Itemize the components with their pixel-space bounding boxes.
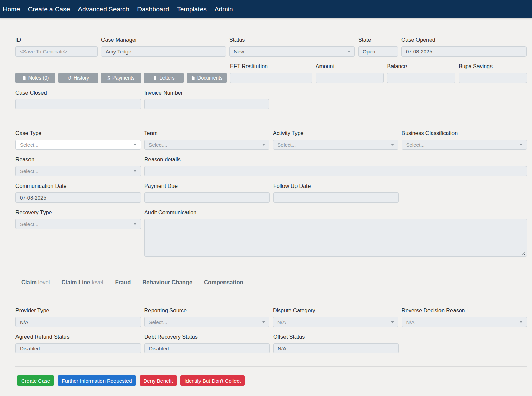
case-toolbar: Notes (0) ↺ History $ Payments Letters D… (15, 73, 227, 83)
follow-up-date-input[interactable] (273, 192, 399, 203)
field-case-opened: Case Opened (401, 37, 527, 57)
team-value: Select... (149, 142, 167, 148)
field-team: Team Select... (144, 130, 270, 150)
tab-claim-line-level[interactable]: Claim Line level (61, 279, 103, 286)
provider-type-label: Provider Type (15, 308, 141, 314)
field-audit-communication: Audit Communication (144, 209, 527, 257)
documents-button-label: Documents (197, 75, 222, 81)
amount-label: Amount (316, 63, 384, 70)
case-opened-input[interactable] (401, 46, 527, 57)
reason-select[interactable]: Select... (15, 166, 141, 176)
payments-button-label: Payments (112, 75, 134, 81)
history-button-label: History (74, 75, 89, 81)
nav-item-create-a-case[interactable]: Create a Case (28, 5, 70, 13)
field-payment-due: Payment Due (144, 183, 270, 203)
action-bar: Create Case Further Information Requeste… (15, 375, 527, 386)
deny-benefit-button[interactable]: Deny Benefit (140, 375, 177, 386)
recovery-type-select[interactable]: Select... (15, 219, 141, 229)
payment-due-label: Payment Due (144, 183, 270, 189)
state-label: State (358, 37, 398, 43)
field-activity-type: Activity Type Select... (273, 130, 398, 150)
business-classification-label: Business Classification (402, 130, 527, 136)
field-balance: Balance (387, 63, 455, 83)
tab-fraud-label: Fraud (115, 279, 131, 285)
nav-item-templates[interactable]: Templates (177, 5, 207, 13)
create-case-button[interactable]: Create Case (17, 375, 54, 386)
dollar-icon: $ (108, 75, 110, 81)
case-manager-input[interactable] (101, 46, 226, 57)
activity-type-select[interactable]: Select... (273, 140, 398, 150)
offset-status-input[interactable] (273, 343, 399, 353)
case-type-select[interactable]: Select... (15, 140, 141, 150)
chevron-down-icon (262, 321, 265, 323)
case-manager-label: Case Manager (101, 37, 226, 43)
field-bupa-savings: Bupa Savings (459, 63, 527, 83)
letters-button[interactable]: Letters (144, 73, 184, 83)
provider-type-input[interactable] (15, 317, 141, 327)
history-icon: ↺ (67, 75, 72, 81)
nav-item-advanced-search[interactable]: Advanced Search (78, 5, 129, 13)
audit-communication-label: Audit Communication (144, 209, 527, 216)
id-input[interactable] (15, 46, 98, 57)
tab-behaviour-change[interactable]: Behaviour Change (142, 279, 192, 286)
agreed-refund-status-input[interactable] (15, 343, 141, 353)
business-classification-select[interactable]: Select... (402, 140, 527, 150)
tab-claim-level[interactable]: Claim level (21, 279, 50, 286)
tab-compensation[interactable]: Compensation (204, 279, 243, 286)
amount-input[interactable] (316, 73, 384, 83)
tab-claim-level-light: level (38, 279, 50, 285)
id-label: ID (15, 37, 98, 43)
further-information-requested-button[interactable]: Further Information Requested (58, 375, 136, 386)
eft-restitution-input[interactable] (230, 73, 312, 83)
debt-recovery-status-input[interactable] (144, 343, 270, 353)
audit-communication-textarea[interactable] (144, 219, 527, 257)
field-recovery-type: Recovery Type Select... (15, 209, 141, 229)
balance-input[interactable] (387, 73, 455, 83)
details-row-4: Recovery Type Select... Audit Communicat… (15, 209, 527, 257)
case-closed-input[interactable] (15, 99, 141, 109)
tab-fraud[interactable]: Fraud (115, 279, 131, 286)
reporting-source-select[interactable]: Select... (144, 317, 270, 327)
invoice-number-input[interactable] (144, 99, 269, 109)
team-select[interactable]: Select... (144, 140, 270, 150)
tab-compensation-label: Compensation (204, 279, 243, 285)
document-icon (191, 76, 195, 80)
payment-due-input[interactable] (144, 192, 270, 203)
status-select[interactable]: New (229, 46, 355, 57)
clipboard-icon (22, 76, 26, 80)
reverse-decision-reason-select[interactable]: N/A (402, 317, 527, 327)
identify-but-dont-collect-button[interactable]: Identify But Don't Collect (180, 375, 245, 386)
field-provider-type: Provider Type (15, 308, 141, 327)
field-dispute-category: Dispute Category N/A (273, 308, 398, 327)
chevron-down-icon (134, 170, 136, 172)
activity-type-label: Activity Type (273, 130, 398, 136)
business-classification-value: Select... (406, 142, 425, 148)
field-invoice-number: Invoice Number (144, 90, 269, 109)
communication-date-input[interactable] (15, 192, 141, 203)
field-status: Status New (229, 37, 355, 57)
history-button[interactable]: ↺ History (58, 73, 98, 83)
top-navbar: Home Create a Case Advanced Search Dashb… (0, 0, 532, 18)
eft-restitution-label: EFT Restitution (230, 63, 312, 70)
case-opened-label: Case Opened (401, 37, 527, 43)
state-input[interactable] (358, 46, 398, 57)
reason-details-input[interactable] (144, 166, 527, 176)
details-row-3: Communication Date Payment Due Follow Up… (15, 183, 527, 203)
notes-button[interactable]: Notes (0) (15, 73, 55, 83)
balance-label: Balance (387, 63, 455, 70)
nav-item-admin[interactable]: Admin (215, 5, 233, 13)
field-case-manager: Case Manager (101, 37, 226, 57)
dispute-category-select[interactable]: N/A (273, 317, 398, 327)
bupa-savings-input[interactable] (459, 73, 527, 83)
payments-button[interactable]: $ Payments (101, 73, 141, 83)
nav-item-home[interactable]: Home (3, 5, 20, 13)
field-agreed-refund-status: Agreed Refund Status (15, 334, 141, 353)
field-offset-status: Offset Status (273, 334, 399, 353)
status-label: Status (229, 37, 355, 43)
dispute-category-value: N/A (277, 319, 286, 325)
nav-item-dashboard[interactable]: Dashboard (137, 5, 169, 13)
level-tabbar: Claim level Claim Line level Fraud Behav… (15, 270, 527, 290)
status-value: New (234, 49, 244, 55)
claim-row-1: Provider Type Reporting Source Select...… (15, 308, 527, 327)
documents-button[interactable]: Documents (187, 73, 227, 83)
